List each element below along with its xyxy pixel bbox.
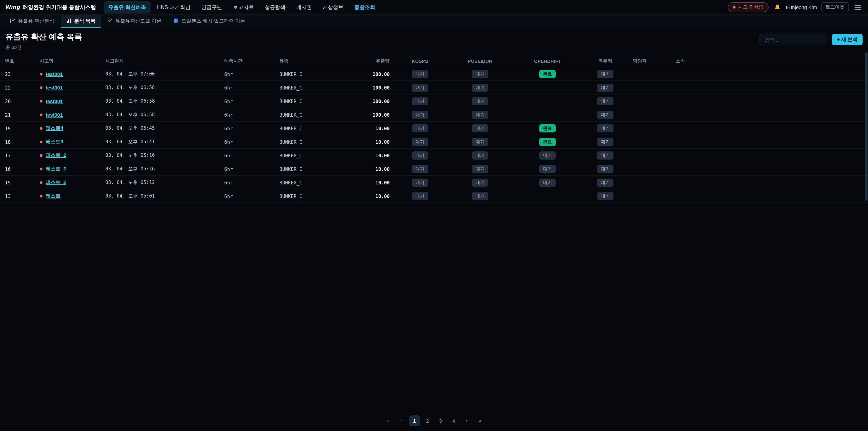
table-row: 17테스트_203. 04. 오후 05:166hrBUNKER_C10.00대… <box>0 149 868 162</box>
status-badge: 대기 <box>597 97 614 105</box>
nav-item-board[interactable]: 게시판 <box>291 1 317 13</box>
cell-backtrack: 대기 <box>581 108 629 121</box>
col-header-oil-type: 유종 <box>276 55 338 67</box>
cell-poseidon: 대기 <box>447 162 514 176</box>
col-header-incident-name: 사고명 <box>36 55 102 67</box>
nav-item-hns-air-diffusion[interactable]: HNS·대기확산 <box>152 1 195 13</box>
cell-datetime: 03. 04. 오후 05:45 <box>102 121 221 135</box>
cell-spill-amount: 100.00 <box>338 108 393 121</box>
scrollbar-thumb[interactable] <box>865 52 868 201</box>
pagination-page-2[interactable]: 2 <box>422 415 433 426</box>
incident-link[interactable]: test001 <box>40 71 63 77</box>
cell-manager <box>629 94 672 108</box>
tab-spill-analysis[interactable]: 유출유 확산분석 <box>4 15 60 28</box>
cell-backtrack: 대기 <box>581 94 629 108</box>
cell-spill-amount: 10.00 <box>338 162 393 176</box>
incident-dot-icon <box>40 181 42 184</box>
cell-org <box>672 135 868 149</box>
header-actions: + 새 분석 <box>760 34 863 45</box>
pagination-last[interactable]: » <box>474 415 485 426</box>
cell-poseidon: 대기 <box>447 189 514 203</box>
incident-name-label: test001 <box>46 71 63 77</box>
cell-manager <box>629 81 672 94</box>
app-logo[interactable]: Wing 해양환경 위기대응 통합시스템 <box>5 3 96 11</box>
table-row: 22test00103. 04. 오후 06:586hrBUNKER_C100.… <box>0 81 868 94</box>
col-header-opendrift: OPENDRIFT <box>514 55 581 67</box>
pagination: «‹1234›» <box>0 415 868 426</box>
tab-label: 유출유 확산분석 <box>18 18 54 24</box>
tab-analysis-list[interactable]: 분석 목록 <box>61 15 101 28</box>
cell-datetime: 03. 04. 오후 05:16 <box>102 149 221 162</box>
hamburger-menu-icon[interactable] <box>853 2 863 12</box>
pagination-page-4[interactable]: 4 <box>448 415 459 426</box>
table-body: 23test00103. 04. 오후 07:006hrBUNKER_C100.… <box>0 67 868 203</box>
tab-bar: 유출유 확산분석분석 목록유출유확산모델 이론오일펜스 배치 알고리즘 이론 <box>0 15 868 28</box>
cell-spill-amount: 10.00 <box>338 176 393 189</box>
cell-manager <box>629 67 672 81</box>
analysis-table: 번호사고명사고일시예측시간유종유출량KOSPSPOSEIDONOPENDRIFT… <box>0 55 868 203</box>
table-row: 21test00103. 04. 오후 06:586hrBUNKER_C100.… <box>0 108 868 121</box>
cell-manager <box>629 176 672 189</box>
incident-link[interactable]: test001 <box>40 85 63 90</box>
incident-link[interactable]: 테스트_2 <box>40 152 66 159</box>
logout-button[interactable]: 로그아웃 <box>822 2 848 12</box>
cell-backtrack: 대기 <box>581 189 629 203</box>
incident-dot-icon <box>40 154 42 157</box>
title-block: 유출유 확산 예측 목록 총 33건 <box>5 32 82 51</box>
status-badge: 대기 <box>472 111 488 119</box>
incident-link[interactable]: 테스트_2 <box>40 165 66 172</box>
status-badge: 대기 <box>472 165 488 173</box>
cell-oil-type: BUNKER_C <box>276 108 338 121</box>
nav-item-weather-info[interactable]: 기상정보 <box>318 1 348 13</box>
total-count: 총 33건 <box>5 44 82 51</box>
table-row: 20test00103. 04. 오후 06:586hrBUNKER_C100.… <box>0 94 868 108</box>
pagination-page-1[interactable]: 1 <box>409 415 420 426</box>
scrollbar[interactable] <box>865 0 868 431</box>
nav-item-integrated-search[interactable]: 통합조회 <box>349 1 380 13</box>
status-badge: 대기 <box>597 70 614 78</box>
cell-spill-amount: 100.00 <box>338 94 393 108</box>
pagination-page-3[interactable]: 3 <box>435 415 446 426</box>
incident-link[interactable]: 테스트4 <box>40 125 63 131</box>
status-badge: 대기 <box>472 192 488 200</box>
tab-model-theory[interactable]: 유출유확산모델 이론 <box>102 15 167 28</box>
cell-poseidon: 대기 <box>447 67 514 81</box>
nav-item-oil-spill-prediction[interactable]: 유출유 확산예측 <box>103 1 151 13</box>
incident-name-label: test001 <box>46 112 63 118</box>
nav-item-aerial-search[interactable]: 항공탐색 <box>260 1 290 13</box>
cell-oil-type: BUNKER_C <box>276 176 338 189</box>
cell-kosps: 대기 <box>393 94 447 108</box>
notification-bell-icon[interactable] <box>773 3 781 11</box>
nav-item-reports[interactable]: 보고자료 <box>228 1 259 13</box>
cell-incident-name: test001 <box>36 67 102 81</box>
chart-icon <box>10 18 16 24</box>
cell-org <box>672 67 868 81</box>
incident-link[interactable]: 테스트 <box>40 192 61 199</box>
status-badge: 대기 <box>412 97 428 105</box>
search-input[interactable] <box>760 34 828 45</box>
status-badge: 대기 <box>412 137 428 146</box>
cell-kosps: 대기 <box>393 176 447 189</box>
incident-link[interactable]: 테스트_2 <box>40 179 66 186</box>
col-header-spill-amount: 유출량 <box>338 55 393 67</box>
cell-poseidon: 대기 <box>447 94 514 108</box>
incident-status-badge[interactable]: 사고 진행중 <box>728 2 768 12</box>
pagination-next[interactable]: › <box>461 415 472 426</box>
trend-icon <box>107 18 113 24</box>
status-badge: 대기 <box>412 178 428 186</box>
incident-link[interactable]: test001 <box>40 112 63 118</box>
status-badge: 대기 <box>412 70 428 78</box>
new-analysis-button[interactable]: + 새 분석 <box>832 34 863 45</box>
cell-backtrack: 대기 <box>581 162 629 176</box>
cell-datetime: 03. 04. 오후 05:16 <box>102 162 221 176</box>
cell-no: 23 <box>0 67 36 81</box>
cell-no: 22 <box>0 81 36 94</box>
nav-item-emergency-rescue[interactable]: 긴급구난 <box>196 1 227 13</box>
status-badge: 대기 <box>472 137 488 146</box>
cell-poseidon: 대기 <box>447 108 514 121</box>
cell-no: 13 <box>0 189 36 203</box>
tab-oilfence-theory[interactable]: 오일펜스 배치 알고리즘 이론 <box>168 15 250 28</box>
cell-backtrack: 대기 <box>581 135 629 149</box>
incident-link[interactable]: 테스트3 <box>40 138 63 145</box>
incident-link[interactable]: test001 <box>40 98 63 104</box>
